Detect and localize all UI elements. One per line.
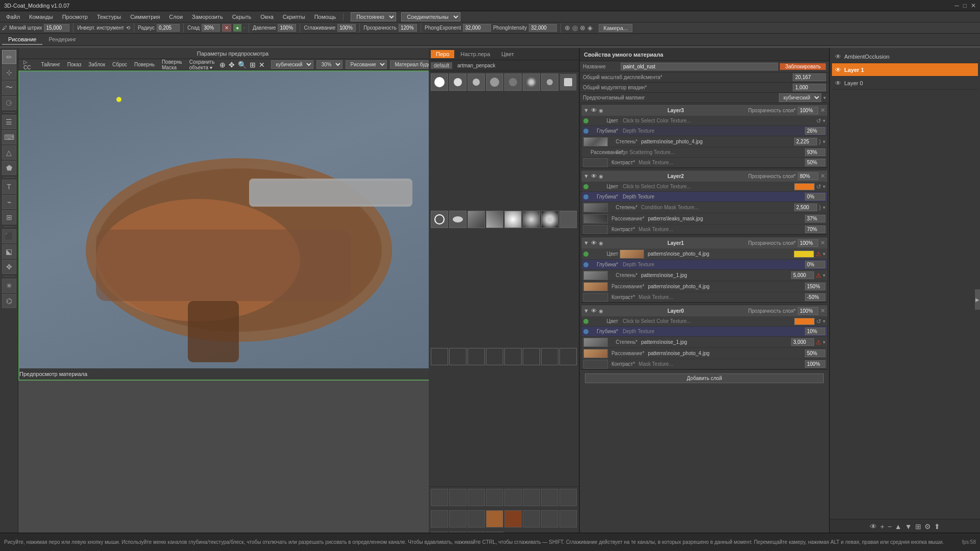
layer3-contrast-val[interactable] [805, 159, 825, 166]
layer0-color-click[interactable]: Click to Select Color Texture... [620, 318, 793, 324]
brushspec-1[interactable] [431, 489, 448, 506]
layer2-opacity-input[interactable] [798, 172, 818, 180]
lp-merge-btn[interactable]: ⊞ [915, 522, 921, 531]
layer3-color-click[interactable]: Click to Select Color Texture... [620, 118, 815, 123]
layer2-tex-thumb[interactable] [583, 203, 608, 212]
brush-preset-default[interactable]: default [431, 62, 452, 69]
layer3-scatter-click[interactable]: Edge Scattering Texture... [613, 149, 803, 155]
layer1-color-arrow[interactable]: ▾ [823, 251, 825, 257]
layer0-header[interactable]: ▼ 👁 ◉ Layer0 Прозрачность слоя* ✕ [581, 305, 827, 316]
viewport[interactable]: Предпросмотр материала ▣ [18, 70, 447, 381]
menu-symmetry[interactable]: Симметрия [126, 13, 164, 21]
layer3-eye2[interactable]: ◉ [599, 108, 603, 113]
tool-8[interactable]: ⬟ [2, 161, 16, 175]
layer2-degree-arrow[interactable]: ⟩ [819, 204, 821, 211]
brush-item-15[interactable] [541, 211, 558, 228]
layer2-header[interactable]: ▼ 👁 ◉ Layer2 Прозрачность слоя* ✕ [581, 170, 827, 182]
layer3-depth-text[interactable]: Depth Texture [620, 128, 803, 134]
menu-hide[interactable]: Скрыть [228, 13, 256, 21]
brushspec-8[interactable] [559, 489, 577, 506]
l0-eye-icon[interactable]: 👁 [835, 80, 841, 87]
brush-item-22[interactable] [523, 348, 540, 365]
menu-help[interactable]: Помощь [310, 13, 340, 21]
lp-eye-toggle[interactable]: 👁 [870, 522, 877, 531]
brush-item-6[interactable] [523, 73, 540, 91]
brush-preset-artman[interactable]: artman_penpack [454, 62, 499, 69]
ao-eye-icon[interactable]: 👁 [835, 53, 841, 60]
pctrl-reset[interactable]: Сброс [110, 61, 129, 68]
tool-transform[interactable]: ✥ [2, 260, 16, 274]
maximize-btn[interactable]: □ [963, 2, 967, 9]
pctrl-tiling[interactable]: Тайлинг [39, 61, 62, 68]
menu-scripts[interactable]: Скрипты [279, 13, 309, 21]
layer2-degree-val[interactable] [794, 204, 817, 211]
layer0-opacity-input[interactable] [798, 307, 818, 315]
layer1-tex-thumb[interactable] [620, 249, 644, 259]
layer2-scatter-val[interactable] [805, 215, 825, 222]
brush-tab-pen[interactable]: Перо [431, 50, 454, 58]
layer1-eye2[interactable]: ◉ [599, 240, 603, 246]
layer3-mask-name[interactable]: Mask Texture... [636, 160, 803, 165]
layer1-noise1-thumb[interactable] [583, 271, 608, 280]
layer2-toggle[interactable]: ▼ [583, 173, 589, 179]
tool-6[interactable]: ⌨ [2, 130, 16, 144]
tab-drawing[interactable]: Рисование [2, 35, 42, 45]
layer0-noise1-name[interactable]: patterns\noise_1.jpg [639, 339, 790, 345]
layer1-close[interactable]: ✕ [820, 239, 825, 246]
layer1-noise1-name[interactable]: patterns\noise_1.jpg [639, 272, 790, 278]
brush-tab-settings[interactable]: Настр.пера [455, 50, 495, 58]
layer3-scatter-val[interactable] [805, 148, 825, 156]
layer3-color-arrow[interactable]: ▾ [823, 118, 825, 123]
brush-item-5[interactable] [504, 73, 522, 91]
layer0-scatter-name[interactable]: patterns\noise_photo_4.jpg [646, 350, 803, 356]
minimize-btn[interactable]: ─ [954, 2, 959, 9]
menu-freeze[interactable]: Заморозить [188, 13, 227, 21]
layer3-tex-thumb-1[interactable] [583, 137, 608, 146]
layer2-mask-thumb[interactable] [583, 225, 608, 234]
layer2-close[interactable]: ✕ [820, 172, 825, 180]
brush-item-13[interactable] [504, 211, 522, 228]
brush-value[interactable] [44, 24, 69, 32]
tool-pen[interactable]: ✏ [2, 50, 16, 64]
layer-item-ao[interactable]: 👁 AmbientOcclusion [832, 50, 978, 63]
tool-14[interactable]: ⌬ [2, 294, 16, 308]
layer1-scatter-name[interactable]: patterns\noise_photo_4.jpg [646, 284, 803, 289]
lp-settings-btn[interactable]: ⚙ [924, 522, 931, 531]
layer1-depth-text[interactable]: Depth Texture [620, 262, 803, 267]
pctrl-save[interactable]: Сохранить объекта ▾ [187, 59, 217, 71]
tool-11[interactable]: ⊞ [2, 210, 16, 224]
lp-export-btn[interactable]: ⬆ [934, 522, 940, 531]
layer0-close[interactable]: ✕ [820, 307, 825, 314]
tool-fill[interactable]: ⬛ [2, 229, 16, 243]
tb-icon-3[interactable]: ⊗ [580, 24, 585, 32]
brush-item-1[interactable] [431, 73, 448, 91]
tool-9[interactable]: T [2, 180, 16, 194]
layer1-color-name[interactable]: patterns\noise_photo_4.jpg [646, 251, 792, 257]
layer1-mask-name[interactable]: Mask Texture... [636, 294, 803, 300]
layer3-opacity-input[interactable] [798, 107, 818, 114]
layer3-color-reset[interactable]: ↺ [816, 117, 821, 124]
pctrl-turn[interactable]: Повернь [132, 61, 157, 68]
layer1-scatter-val[interactable] [805, 283, 825, 290]
layer2-depth-val[interactable] [805, 193, 825, 201]
sm-lock-btn[interactable]: Заблокировать [780, 63, 826, 70]
layer3-degree-arrow[interactable]: ⟩ [819, 138, 821, 145]
layer0-toggle[interactable]: ▼ [583, 308, 589, 314]
brush-item-17[interactable] [431, 348, 448, 365]
layer0-eye[interactable]: 👁 [591, 308, 597, 314]
layer3-degree-val[interactable] [794, 138, 817, 145]
brushex-3[interactable] [468, 510, 485, 528]
tab-rendering[interactable]: Рендеринг [42, 35, 82, 45]
l1-eye-icon[interactable]: 👁 [835, 66, 841, 73]
brushex-6[interactable] [523, 510, 540, 528]
layer1-eye[interactable]: 👁 [591, 240, 597, 246]
layer0-contrast-val[interactable] [805, 360, 825, 368]
brush-item-7[interactable] [541, 73, 558, 91]
tool-select[interactable]: ⬕ [2, 244, 16, 259]
pctrl-zoom-icon[interactable]: 🔍 [238, 61, 247, 69]
confirm-tool-btn[interactable]: ● [233, 24, 241, 32]
menu-view[interactable]: Просмотр [58, 13, 92, 21]
sm-name-input[interactable] [621, 63, 778, 70]
brush-item-2[interactable] [449, 73, 467, 91]
layer2-eye[interactable]: 👁 [591, 173, 597, 179]
